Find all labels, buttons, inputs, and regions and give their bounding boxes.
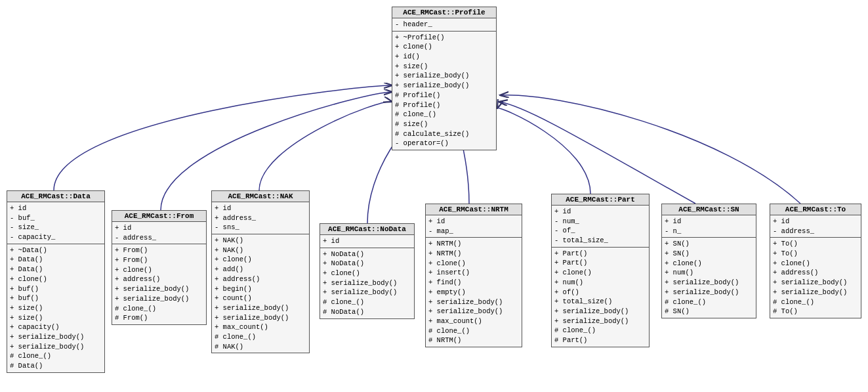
- class-from-methods: + From() + From() + clone() + address() …: [112, 244, 206, 324]
- class-nodata-title: ACE_RMCast::NoData: [320, 224, 414, 235]
- attr-line: - header_: [395, 20, 493, 30]
- class-data: ACE_RMCast::Data + id - buf_ - size_ - c…: [7, 190, 105, 373]
- class-nrtm-attrs: + id - map_: [426, 215, 522, 238]
- class-sn: ACE_RMCast::SN + id - n_ + SN() + SN() +…: [661, 204, 756, 318]
- diagram-container: ACE_RMCast::Profile - header_ + ~Profile…: [0, 0, 868, 392]
- class-nrtm: ACE_RMCast::NRTM + id - map_ + NRTM() + …: [425, 204, 522, 347]
- class-part: ACE_RMCast::Part + id - num_ - of_ - tot…: [551, 194, 650, 347]
- class-nak-attrs: + id + address_ - sns_: [212, 202, 309, 234]
- class-part-methods: + Part() + Part() + clone() + num() + of…: [552, 248, 649, 347]
- class-profile: ACE_RMCast::Profile - header_ + ~Profile…: [392, 7, 497, 150]
- class-sn-attrs: + id - n_: [662, 215, 756, 238]
- class-nak: ACE_RMCast::NAK + id + address_ - sns_ +…: [211, 190, 310, 353]
- class-sn-methods: + SN() + SN() + clone() + num() + serial…: [662, 238, 756, 318]
- class-to-methods: + To() + To() + clone() + address() + se…: [770, 238, 861, 318]
- class-nrtm-title: ACE_RMCast::NRTM: [426, 204, 522, 215]
- class-from-attrs: + id - address_: [112, 222, 206, 244]
- class-profile-attrs: - header_: [392, 18, 496, 32]
- class-from: ACE_RMCast::From + id - address_ + From(…: [112, 210, 207, 325]
- class-to: ACE_RMCast::To + id - address_ + To() + …: [770, 204, 861, 318]
- class-part-title: ACE_RMCast::Part: [552, 194, 649, 206]
- class-nak-title: ACE_RMCast::NAK: [212, 191, 309, 202]
- class-part-attrs: + id - num_ - of_ - total_size_: [552, 206, 649, 248]
- class-sn-title: ACE_RMCast::SN: [662, 204, 756, 215]
- class-to-attrs: + id - address_: [770, 215, 861, 238]
- class-nodata: ACE_RMCast::NoData + id + NoData() + NoD…: [320, 223, 415, 319]
- class-to-title: ACE_RMCast::To: [770, 204, 861, 215]
- class-profile-title: ACE_RMCast::Profile: [392, 7, 496, 18]
- class-nodata-attrs: + id: [320, 235, 414, 248]
- class-profile-methods: + ~Profile() + clone() + id() + size() +…: [392, 32, 496, 150]
- class-nodata-methods: + NoData() + NoData() + clone() + serial…: [320, 248, 414, 318]
- class-data-title: ACE_RMCast::Data: [7, 191, 104, 202]
- class-data-methods: + ~Data() + Data() + Data() + clone() + …: [7, 244, 104, 372]
- class-nrtm-methods: + NRTM() + NRTM() + clone() + insert() +…: [426, 238, 522, 347]
- class-data-attrs: + id - buf_ - size_ - capacity_: [7, 202, 104, 244]
- class-from-title: ACE_RMCast::From: [112, 211, 206, 222]
- class-nak-methods: + NAK() + NAK() + clone() + add() + addr…: [212, 234, 309, 353]
